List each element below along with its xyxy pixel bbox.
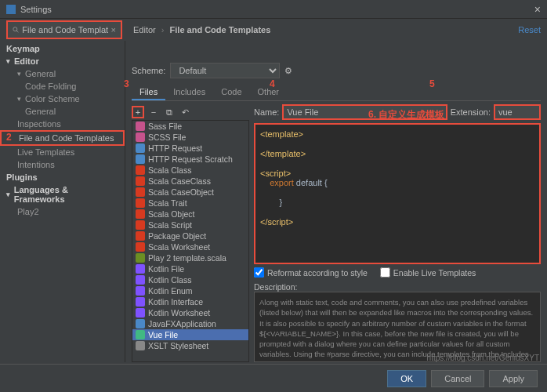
sidebar-item-codefolding[interactable]: Code Folding: [0, 80, 125, 93]
list-item[interactable]: Kotlin Worksheet: [132, 307, 248, 318]
search-icon: [13, 26, 19, 34]
list-item-label: JavaFXApplication: [148, 319, 216, 328]
list-item[interactable]: HTTP Request: [132, 143, 248, 154]
list-item[interactable]: JavaFXApplication: [132, 318, 248, 329]
watermark: https://blog.csdn.net/GeniusXYT: [427, 354, 539, 362]
list-item[interactable]: Scala CaseObject: [132, 187, 248, 198]
name-label: Name:: [254, 107, 279, 117]
list-item[interactable]: Sass File: [132, 121, 248, 132]
tab-includes[interactable]: Includes: [165, 85, 213, 100]
breadcrumb: Editor › File and Code Templates: [133, 25, 270, 34]
sidebar-item-cs-general[interactable]: General: [0, 105, 125, 118]
sidebar-item-live-templates[interactable]: Live Templates: [0, 146, 125, 158]
list-item-label: Scala Object: [148, 209, 195, 219]
list-item[interactable]: Kotlin Interface: [132, 296, 248, 307]
breadcrumb-leaf: File and Code Templates: [170, 25, 271, 34]
sidebar-item-languages[interactable]: ▾Languages & Frameworks: [0, 183, 125, 205]
caret-down-icon: ▾: [6, 191, 13, 198]
scheme-label: Scheme:: [132, 66, 165, 75]
reset-link[interactable]: Reset: [518, 25, 541, 34]
reformat-checkbox[interactable]: Reformat according to style: [254, 267, 368, 278]
sidebar-item-plugins[interactable]: Plugins: [0, 171, 125, 183]
template-list[interactable]: Sass FileSCSS FileHTTP RequestHTTP Reque…: [132, 120, 249, 362]
remove-template-button[interactable]: −: [147, 106, 160, 118]
clear-search-icon[interactable]: ×: [111, 25, 116, 34]
file-type-icon: [136, 187, 145, 197]
list-item-label: SCSS File: [148, 132, 186, 142]
list-item-label: Scala CaseObject: [148, 187, 214, 197]
file-type-icon: [136, 264, 145, 274]
list-item[interactable]: Kotlin Enum: [132, 285, 248, 296]
list-item[interactable]: Kotlin Class: [132, 274, 248, 285]
template-name-input[interactable]: [282, 104, 447, 120]
sidebar-item-play2[interactable]: Play2: [0, 205, 125, 218]
file-type-icon: [136, 165, 145, 175]
apply-button[interactable]: Apply: [489, 370, 538, 387]
list-item-label: Kotlin File: [148, 264, 184, 274]
file-type-icon: [136, 253, 145, 263]
template-extension-input[interactable]: [494, 104, 541, 120]
list-item[interactable]: Vue File: [132, 329, 248, 340]
list-item-label: Play 2 template.scala: [148, 253, 226, 263]
file-type-icon: [136, 242, 145, 252]
list-item[interactable]: HTTP Request Scratch: [132, 154, 248, 165]
cancel-button[interactable]: Cancel: [431, 370, 484, 387]
list-item-label: Scala Class: [148, 165, 191, 175]
sidebar-item-colorscheme[interactable]: ▾Color Scheme: [0, 93, 125, 105]
list-item[interactable]: SCSS File: [132, 132, 248, 143]
file-type-icon: [136, 297, 145, 307]
sidebar-item-inspections[interactable]: Inspections: [0, 118, 125, 130]
close-icon[interactable]: ×: [534, 3, 541, 16]
add-template-button[interactable]: +: [132, 106, 144, 118]
sidebar-item-file-code-templates[interactable]: File and Code Templates: [0, 130, 125, 146]
list-item-label: Scala CaseClass: [148, 176, 211, 186]
sidebar-item-editor[interactable]: ▾Editor: [0, 55, 125, 67]
list-item-label: Kotlin Class: [148, 275, 191, 285]
list-item[interactable]: XSLT Stylesheet: [132, 340, 248, 351]
file-type-icon: [136, 220, 145, 230]
list-item[interactable]: Package Object: [132, 230, 248, 241]
list-item[interactable]: Kotlin File: [132, 263, 248, 274]
file-type-icon: [136, 275, 145, 285]
scheme-select[interactable]: Default: [170, 63, 280, 78]
description-text: Along with static text, code and comment…: [254, 292, 541, 362]
gear-icon[interactable]: ⚙: [284, 66, 292, 76]
settings-sidebar: Keymap ▾Editor ▾General Code Folding ▾Co…: [0, 41, 125, 362]
file-type-icon: [136, 132, 145, 142]
list-item-label: Vue File: [148, 330, 178, 339]
list-item-label: Scala Script: [148, 220, 192, 230]
list-item-label: XSLT Stylesheet: [148, 341, 208, 350]
list-item-label: HTTP Request Scratch: [148, 154, 233, 164]
list-item[interactable]: Scala CaseClass: [132, 176, 248, 187]
sidebar-item-keymap[interactable]: Keymap: [0, 42, 125, 55]
file-type-icon: [136, 231, 145, 241]
ok-button[interactable]: OK: [387, 370, 426, 387]
caret-down-icon: ▾: [6, 57, 13, 65]
list-item[interactable]: Scala Trait: [132, 198, 248, 209]
app-icon: [6, 5, 16, 14]
revert-template-button[interactable]: ↶: [179, 106, 191, 118]
settings-search[interactable]: ×: [6, 20, 122, 39]
titlebar: Settings ×: [0, 0, 547, 19]
breadcrumb-root[interactable]: Editor: [133, 25, 156, 34]
extension-label: Extension:: [451, 107, 491, 117]
tab-code[interactable]: Code: [213, 85, 249, 100]
tab-files[interactable]: Files: [132, 85, 165, 100]
enable-live-checkbox[interactable]: Enable Live Templates: [380, 267, 476, 278]
file-type-icon: [136, 122, 145, 131]
sidebar-item-general[interactable]: ▾General: [0, 67, 125, 80]
list-item[interactable]: Scala Object: [132, 209, 248, 220]
list-item[interactable]: Scala Script: [132, 220, 248, 230]
file-type-icon: [136, 330, 145, 339]
content-panel: Scheme: Default ⚙ Files Includes Code Ot…: [125, 60, 547, 362]
file-type-icon: [136, 176, 145, 186]
list-item[interactable]: Scala Class: [132, 165, 248, 176]
file-type-icon: [136, 286, 145, 296]
tab-other[interactable]: Other: [250, 85, 288, 100]
list-item[interactable]: Play 2 template.scala: [132, 252, 248, 263]
search-input[interactable]: [22, 25, 107, 34]
copy-template-button[interactable]: ⧉: [163, 106, 176, 118]
template-editor[interactable]: <template> </template> <script> export d…: [254, 123, 541, 264]
list-item[interactable]: Scala Worksheet: [132, 241, 248, 252]
sidebar-item-intentions[interactable]: Intentions: [0, 158, 125, 171]
